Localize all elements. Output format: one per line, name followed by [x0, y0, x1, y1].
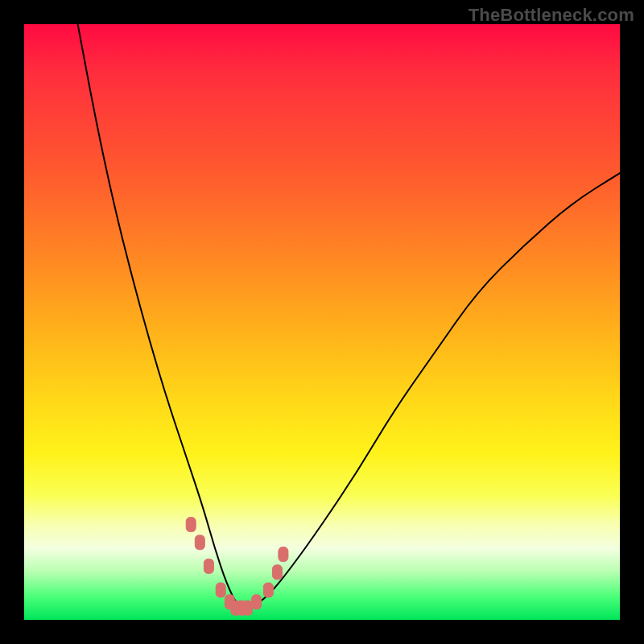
bottleneck-curve: [24, 24, 620, 620]
valley-marker: [204, 559, 213, 573]
valley-marker: [263, 583, 273, 597]
watermark-text: TheBottleneck.com: [469, 5, 634, 26]
valley-marker: [216, 583, 225, 597]
plot-area: [24, 24, 620, 620]
valley-marker: [186, 518, 196, 532]
valley-marker: [243, 601, 253, 615]
valley-marker: [195, 535, 204, 550]
curve-line: [78, 24, 620, 608]
valley-marker: [252, 595, 262, 609]
valley-markers: [186, 518, 288, 616]
valley-marker: [279, 547, 288, 562]
chart-frame: TheBottleneck.com: [0, 0, 644, 644]
valley-marker: [273, 565, 283, 580]
